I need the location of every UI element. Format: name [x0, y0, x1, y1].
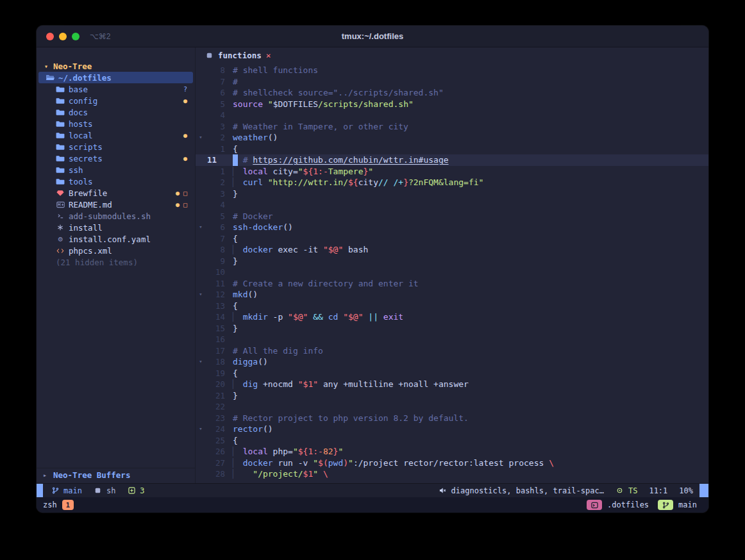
tree-item-ssh[interactable]: ssh	[37, 164, 195, 176]
code-line[interactable]: 7#	[196, 76, 708, 88]
traffic-lights	[46, 33, 80, 40]
code-area[interactable]: 8# shell functions7#6# shellcheck source…	[196, 63, 708, 483]
line-number: 1	[206, 166, 233, 177]
code-line[interactable]: 2▏ curl "http://wttr.in/${city// /+}?2nF…	[196, 177, 708, 188]
tmux-branch-badge[interactable]	[658, 500, 673, 510]
terminal-icon	[590, 502, 599, 509]
tmux-session-info: .dotfilesmain	[583, 500, 702, 510]
tree-item-base[interactable]: base?	[37, 83, 195, 95]
git-branch-label: main	[63, 486, 82, 495]
hidden-items-note: (21 hidden items)	[37, 256, 195, 268]
tab-functions[interactable]: functions ×	[205, 51, 271, 60]
neo-tree-buffers-section[interactable]: ▸ Neo-Tree Buffers	[37, 468, 195, 482]
code-line[interactable]: 5source "$DOTFILES/scripts/shared.sh"	[196, 99, 708, 110]
zoom-window-button[interactable]	[72, 33, 80, 40]
statusline-git-branch: main	[51, 486, 82, 495]
code-line[interactable]: 22	[196, 401, 708, 413]
code-line[interactable]: 1▏ local city="${1:-Tampere}"	[196, 166, 708, 177]
chevron-down-icon[interactable]: ▾	[42, 63, 51, 70]
tree-item-brewfile[interactable]: Brewfile●□	[37, 187, 195, 199]
git-added-label: 3	[140, 486, 144, 495]
window-titlebar[interactable]: ⌥⌘2 tmux:~/.dotfiles	[37, 26, 708, 47]
git-status-mark-badge: ●	[176, 201, 180, 208]
git-status-mark-badge: ●	[176, 190, 180, 197]
code-line[interactable]: 28▏ "/project/$1" \	[196, 468, 708, 480]
code-line[interactable]: 15}	[196, 323, 708, 334]
fold-column	[196, 65, 206, 76]
tree-item-local[interactable]: local●	[37, 129, 195, 141]
code-line[interactable]: 20▏ dig +nocmd "$1" any +multiline +noal…	[196, 379, 708, 390]
tree-item-docs[interactable]: docs	[37, 106, 195, 118]
statusline-cursor-position: 11:1	[649, 486, 667, 495]
line-number: 21	[206, 390, 233, 402]
fold-chevron-icon[interactable]: ▾	[196, 289, 206, 301]
line-number: 19	[206, 368, 233, 379]
tree-item-config[interactable]: config●	[37, 95, 195, 106]
code-line[interactable]: ▾24rector()	[196, 424, 708, 435]
code-line[interactable]: 14▏ mkdir -p "$@" && cd "$@" || exit	[196, 311, 708, 323]
line-number: 6	[206, 87, 233, 99]
fold-chevron-icon[interactable]: ▾	[196, 132, 206, 144]
tree-item-root-dotfiles[interactable]: ~/.dotfiles	[38, 72, 193, 83]
line-number: 15	[206, 323, 233, 334]
code-line[interactable]: 19{	[196, 368, 708, 379]
code-line[interactable]: 4	[196, 199, 708, 211]
neo-tree-sidebar: ▾Neo-Tree~/.dotfilesbase?config●docshost…	[37, 47, 196, 483]
code-text: ▏ curl "http://wttr.in/${city// /+}?2nFQ…	[233, 177, 483, 188]
tab-close-icon[interactable]: ×	[266, 51, 271, 60]
tree-item-scripts[interactable]: scripts	[37, 141, 195, 152]
code-line[interactable]: 8▏ docker exec -it "$@" bash	[196, 244, 708, 256]
tree-item-add-submodules-sh[interactable]: add-submodules.sh	[37, 210, 195, 222]
code-line[interactable]: 3# Weather in Tampere, or other city	[196, 121, 708, 133]
fold-chevron-icon[interactable]: ▾	[196, 356, 206, 368]
code-line[interactable]: 21}	[196, 390, 708, 402]
neo-tree-header[interactable]: ▾Neo-Tree	[37, 60, 195, 72]
fold-column	[196, 468, 206, 480]
line-number: 14	[206, 311, 233, 323]
code-line[interactable]: 3}	[196, 188, 708, 200]
code-line[interactable]: 10	[196, 267, 708, 278]
tree-item-phpcs-xml[interactable]: phpcs.xml	[37, 245, 195, 256]
treesitter-label: TS	[628, 486, 637, 495]
code-text: }	[233, 323, 238, 334]
tree-item-tools[interactable]: tools	[37, 176, 195, 187]
code-line[interactable]: 8# shell functions	[196, 65, 708, 76]
close-window-button[interactable]	[46, 33, 54, 40]
gem-icon	[56, 190, 65, 197]
code-line[interactable]: 13{	[196, 301, 708, 312]
code-line[interactable]: ▾2weather()	[196, 132, 708, 144]
code-line[interactable]: ▾18digga()	[196, 356, 708, 368]
desktop-background: { "palette": { "bg": "#222436", "bg_dark…	[0, 0, 745, 560]
code-line-current[interactable]: 11 # https://github.com/chubin/wttr.in#u…	[196, 154, 708, 166]
code-text: }	[233, 188, 238, 200]
tree-item-install-conf-yaml[interactable]: ⚙install.conf.yaml	[37, 233, 195, 245]
code-line[interactable]: 6# shellcheck source="../scripts/shared.…	[196, 87, 708, 99]
tmux-session-badge[interactable]	[587, 500, 602, 510]
tree-item-readme-md[interactable]: README.md●□	[37, 199, 195, 210]
code-line[interactable]: 4	[196, 110, 708, 121]
code-line[interactable]: ▾12mkd()	[196, 289, 708, 301]
code-line[interactable]: 7{	[196, 233, 708, 245]
minimize-window-button[interactable]	[59, 33, 67, 40]
code-line[interactable]: 11# Create a new directory and enter it	[196, 278, 708, 290]
buffer-icon	[205, 53, 213, 58]
code-line[interactable]: 26▏ local php="${1:-82}"	[196, 446, 708, 457]
fold-column	[196, 457, 206, 469]
tmux-window-index-badge[interactable]: 1	[62, 500, 74, 510]
code-line[interactable]: 9}	[196, 256, 708, 267]
tmux-window-item[interactable]: zsh1	[43, 500, 74, 510]
code-line[interactable]: 27▏ docker run -v "$(pwd)":/project rect…	[196, 457, 708, 469]
mute-icon	[439, 487, 448, 494]
code-line[interactable]: 17# All the dig info	[196, 345, 708, 357]
tree-item-install[interactable]: install	[37, 222, 195, 233]
code-line[interactable]: 1{	[196, 144, 708, 155]
fold-chevron-icon[interactable]: ▾	[196, 424, 206, 435]
code-line[interactable]: 16	[196, 334, 708, 345]
tree-item-hosts[interactable]: hosts	[37, 118, 195, 129]
fold-chevron-icon[interactable]: ▾	[196, 222, 206, 233]
tree-item-secrets[interactable]: secrets●	[37, 152, 195, 164]
code-line[interactable]: 23# Rector project to php version 8.2 by…	[196, 413, 708, 424]
code-line[interactable]: 25{	[196, 435, 708, 447]
code-line[interactable]: ▾6ssh-docker()	[196, 222, 708, 233]
code-line[interactable]: 5# Docker	[196, 211, 708, 222]
